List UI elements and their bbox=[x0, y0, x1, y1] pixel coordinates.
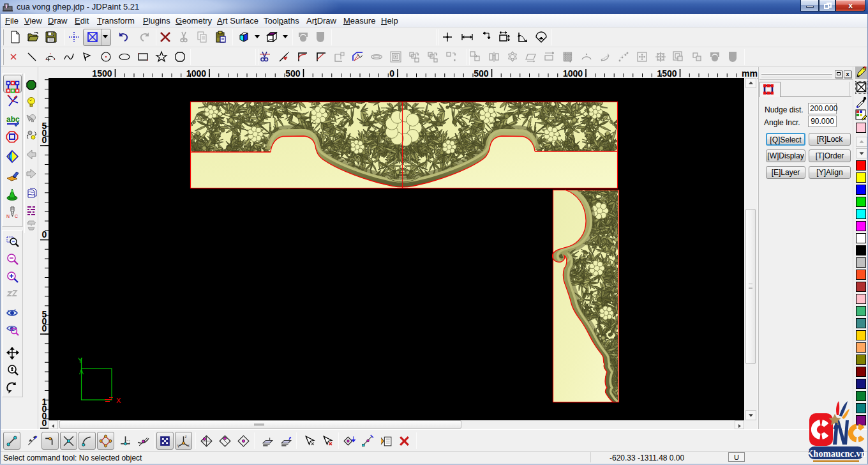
svg-text:1500: 1500 bbox=[92, 68, 112, 79]
svg-text:1500: 1500 bbox=[657, 68, 677, 79]
svg-text:1000: 1000 bbox=[186, 68, 206, 79]
svg-text:mm: mm bbox=[742, 68, 758, 78]
svg-text:X: X bbox=[116, 397, 121, 404]
svg-text:z: z bbox=[185, 434, 187, 439]
svg-text:1000: 1000 bbox=[563, 68, 583, 79]
svg-text:Y: Y bbox=[78, 356, 83, 364]
svg-text:500: 500 bbox=[474, 68, 489, 79]
svg-text:N: N bbox=[6, 214, 10, 218]
svg-text:Khomaucnc.vn: Khomaucnc.vn bbox=[808, 448, 865, 459]
svg-text:C: C bbox=[15, 214, 18, 218]
svg-text:500: 500 bbox=[285, 68, 301, 79]
svg-text:x: x bbox=[188, 443, 190, 448]
svg-text:0: 0 bbox=[389, 68, 394, 79]
